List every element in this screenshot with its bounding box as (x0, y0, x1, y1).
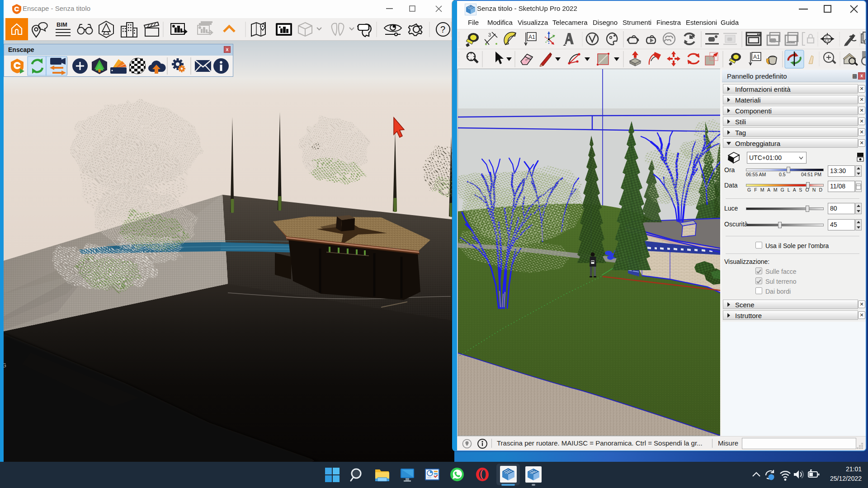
svg-text:A1: A1 (753, 54, 760, 60)
svg-text:BIM: BIM (57, 21, 67, 28)
svg-text:?: ? (440, 24, 445, 34)
svg-text:A-S: A-S (824, 39, 830, 42)
svg-text:A1: A1 (528, 34, 535, 40)
svg-text:C: C (826, 35, 828, 39)
svg-text:3: 3 (488, 32, 491, 38)
svg-text:G: G (4, 362, 6, 369)
